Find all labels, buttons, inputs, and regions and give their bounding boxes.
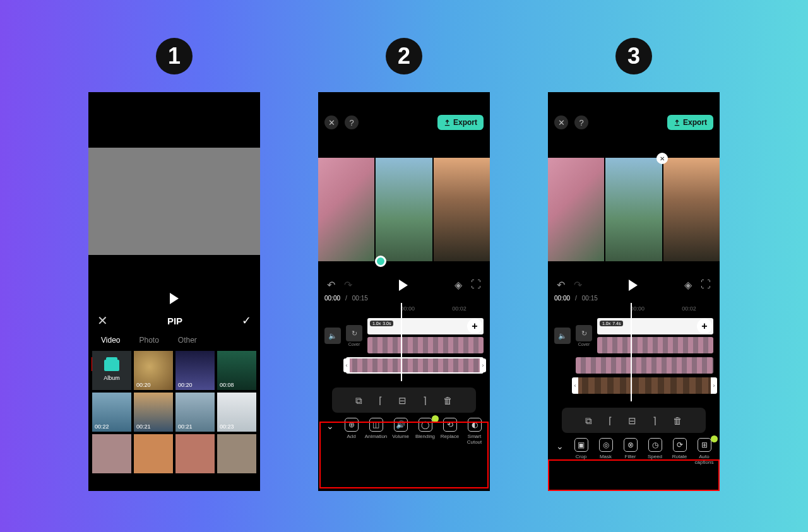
export-button[interactable]: Export: [667, 115, 713, 130]
preview-canvas[interactable]: [318, 158, 490, 261]
tab-video[interactable]: Video: [97, 334, 124, 346]
media-thumb[interactable]: 00:21: [175, 393, 215, 432]
play-button[interactable]: [629, 280, 638, 291]
trim-left-handle[interactable]: ‹: [572, 377, 578, 394]
undo-icon[interactable]: ↶: [557, 279, 565, 291]
main-clip[interactable]: 1.0x3.0s +: [367, 318, 484, 334]
tab-photo[interactable]: Photo: [135, 334, 162, 346]
timeline[interactable]: 🔈 ↻Cover 1.0x3.0s + ‹ ›: [318, 314, 490, 381]
mute-icon[interactable]: 🔈: [324, 328, 341, 344]
redo-icon[interactable]: ↷: [344, 279, 352, 291]
album-button[interactable]: Album: [92, 351, 131, 390]
tool-replace[interactable]: ⟲Replace: [438, 418, 461, 440]
tool-blending[interactable]: ◯Blending: [413, 418, 437, 440]
time-total: 00:15: [352, 295, 368, 302]
tool-smart-cutout[interactable]: ◐Smart Cutout: [463, 418, 486, 446]
resize-handle[interactable]: [375, 256, 386, 267]
album-icon: [104, 360, 119, 371]
edit-actions: ⧉ ⌈ ⊟ ⌉ 🗑: [562, 408, 706, 433]
delete-icon[interactable]: 🗑: [443, 395, 453, 406]
timeline[interactable]: 🔈 ↻Cover 1.0x7.4s + ‹ ›: [548, 314, 720, 401]
tool-animation[interactable]: ◫Animation: [364, 418, 388, 440]
close-icon[interactable]: ✕: [97, 313, 108, 328]
media-thumb[interactable]: 00:23: [217, 393, 256, 432]
step-badge: 1: [156, 38, 193, 74]
media-thumb[interactable]: [134, 434, 173, 473]
trim-left-handle[interactable]: ‹: [343, 358, 350, 372]
copy-icon[interactable]: ⧉: [355, 395, 362, 406]
split-right-icon[interactable]: ⌉: [423, 395, 427, 406]
undo-icon[interactable]: ↶: [327, 279, 335, 291]
copy-icon[interactable]: ⧉: [585, 415, 592, 427]
tool-add[interactable]: ⊕Add: [340, 418, 363, 440]
help-icon[interactable]: ?: [574, 115, 588, 129]
play-button[interactable]: [399, 280, 408, 291]
add-clip-button[interactable]: +: [467, 319, 482, 334]
confirm-icon[interactable]: ✓: [242, 314, 251, 328]
keyframe-icon[interactable]: ◈: [454, 279, 462, 291]
close-overlay-handle[interactable]: ✕: [656, 153, 668, 164]
time-total: 00:15: [582, 295, 598, 302]
tab-other[interactable]: Other: [174, 334, 201, 346]
main-clip[interactable]: 1.0x7.4s +: [597, 318, 713, 334]
media-thumb[interactable]: 00:22: [92, 393, 131, 432]
media-thumb[interactable]: 00:08: [217, 351, 256, 390]
time-current: 00:00: [554, 295, 570, 302]
pip-clip-selected[interactable]: ‹ ›: [576, 377, 713, 394]
trim-right-handle[interactable]: ›: [480, 358, 486, 372]
pip-clip[interactable]: [576, 357, 713, 374]
split-icon[interactable]: ⊟: [628, 415, 636, 427]
split-right-icon[interactable]: ⌉: [653, 415, 656, 427]
mute-icon[interactable]: 🔈: [554, 328, 571, 344]
play-button[interactable]: [88, 293, 260, 304]
playhead[interactable]: [401, 303, 402, 381]
split-left-icon[interactable]: ⌈: [379, 395, 383, 406]
export-button[interactable]: Export: [437, 115, 484, 130]
cover-button[interactable]: ↻: [576, 325, 592, 341]
picker-title: PIP: [167, 316, 182, 326]
media-thumb[interactable]: 00:20: [134, 351, 173, 390]
fullscreen-icon[interactable]: ⛶: [701, 279, 711, 291]
redo-icon[interactable]: ↷: [574, 279, 582, 291]
tool-auto-captions[interactable]: ⊞Auto captions: [692, 438, 716, 466]
help-icon[interactable]: ?: [345, 115, 359, 129]
phone-screen-1: ✕ PIP ✓ Video Photo Other Album 00:20 00…: [88, 92, 260, 491]
phone-screen-3: ✕ ? Export ✕ ↶↷ ◈⛶ 00:00/00:15 00:00 00:…: [548, 92, 720, 491]
pip-clip-selected[interactable]: ‹ ›: [346, 357, 484, 374]
track-strip[interactable]: [597, 337, 713, 353]
chevron-down-icon[interactable]: ⌄: [322, 418, 338, 434]
keyframe-icon[interactable]: ◈: [684, 279, 692, 291]
add-clip-button[interactable]: +: [697, 319, 712, 334]
close-icon[interactable]: ✕: [324, 115, 338, 129]
tool-speed[interactable]: ◷Speed: [643, 438, 667, 460]
media-thumb[interactable]: [92, 434, 131, 473]
timeline-ruler[interactable]: 00:00 00:02: [548, 305, 720, 314]
step-badge: 2: [386, 38, 422, 74]
media-thumb[interactable]: 00:21: [134, 393, 173, 432]
media-thumb[interactable]: [217, 434, 256, 473]
time-current: 00:00: [324, 295, 340, 302]
tool-rotate[interactable]: ⟳Rotate: [668, 438, 691, 460]
trim-right-handle[interactable]: ›: [711, 377, 717, 394]
tool-filter[interactable]: ⊗Filter: [619, 438, 642, 460]
tool-volume[interactable]: 🔊Volume: [389, 418, 412, 440]
preview-canvas[interactable]: ✕: [548, 158, 720, 261]
delete-icon[interactable]: 🗑: [673, 415, 682, 427]
bottom-toolbar: ⌄ ▣Crop ◎Mask ⊗Filter ◷Speed ⟳Rotate ⊞Au…: [548, 433, 720, 470]
timeline-ruler[interactable]: 00:00 00:02: [318, 305, 490, 314]
media-thumb[interactable]: [175, 434, 215, 473]
playhead[interactable]: [631, 303, 632, 401]
media-thumb[interactable]: 00:20: [175, 351, 215, 390]
preview-placeholder: [88, 148, 260, 255]
split-left-icon[interactable]: ⌈: [609, 415, 612, 427]
track-strip[interactable]: [367, 337, 484, 353]
split-icon[interactable]: ⊟: [398, 395, 407, 406]
album-label: Album: [104, 375, 120, 381]
cover-button[interactable]: ↻: [346, 325, 362, 341]
tool-mask[interactable]: ◎Mask: [594, 438, 617, 460]
tool-crop[interactable]: ▣Crop: [569, 438, 593, 460]
fullscreen-icon[interactable]: ⛶: [471, 279, 481, 291]
close-icon[interactable]: ✕: [554, 115, 568, 129]
phone-screen-2: ✕ ? Export ↶↷ ◈⛶ 00:00/00:15 00:00 00:02…: [318, 92, 490, 491]
chevron-down-icon[interactable]: ⌄: [552, 438, 568, 454]
